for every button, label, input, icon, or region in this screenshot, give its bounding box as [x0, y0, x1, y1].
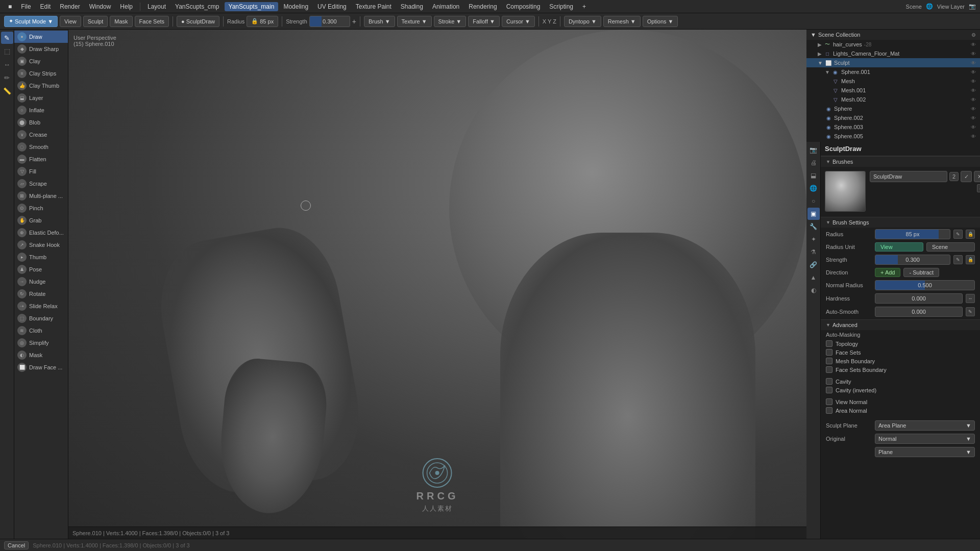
brush-item-pinch[interactable]: ⊙ Pinch	[14, 202, 68, 214]
scene-icon[interactable]: 🌐	[926, 3, 933, 10]
brush-item-nudge[interactable]: → Nudge	[14, 276, 68, 288]
radius-value-display[interactable]: 🔒 85 px	[247, 16, 278, 27]
brush-item-clay-strips[interactable]: ≡ Clay Strips	[14, 67, 68, 80]
scene-item-sculpt[interactable]: ▼ ⬜ Sculpt 👁	[806, 58, 980, 67]
workspace-texture-paint[interactable]: Texture Paint	[352, 2, 396, 11]
brush-item-pose[interactable]: ♟ Pose	[14, 263, 68, 276]
workspace-uv-editing[interactable]: UV Editing	[313, 2, 351, 11]
mask-menu-btn[interactable]: Mask	[110, 16, 132, 27]
brush-expand-btn[interactable]: ↔	[977, 184, 980, 192]
brush-item-draw[interactable]: ● Draw	[14, 31, 68, 43]
view-layer-icon[interactable]: 📷	[969, 3, 976, 10]
brush-item-snake-hook[interactable]: ↗ Snake Hook	[14, 239, 68, 251]
workspace-add[interactable]: +	[578, 2, 590, 11]
sculpt-plane-dropdown[interactable]: Area Plane ▼	[875, 420, 975, 431]
prop-icon-particles[interactable]: ✦	[807, 233, 820, 245]
brush-item-simplify[interactable]: ◎ Simplify	[14, 337, 68, 349]
brushes-section-header[interactable]: ▼ Brushes	[821, 156, 980, 167]
face-sets-cb[interactable]	[826, 349, 832, 356]
eye-icon-mesh[interactable]: 👁	[971, 79, 976, 84]
brush-item-clay[interactable]: ▣ Clay	[14, 55, 68, 67]
face-sets-boundary-cb[interactable]	[826, 366, 832, 373]
left-icon-annotate[interactable]: ✏	[1, 71, 13, 84]
scene-item-sphere[interactable]: ◉ Sphere 👁	[806, 104, 980, 113]
scene-item-mesh[interactable]: ▽ Mesh 👁	[806, 77, 980, 86]
brush-item-slide-relax[interactable]: ⇢ Slide Relax	[14, 300, 68, 312]
strength-edit-btn[interactable]: ✎	[953, 255, 963, 264]
cancel-button[interactable]: Cancel	[4, 541, 29, 549]
brush-check-btn[interactable]: ✓	[961, 171, 972, 182]
radius-unit-view-btn[interactable]: View	[875, 242, 923, 252]
hardness-bar[interactable]: 0.000	[875, 293, 963, 304]
prop-icon-modifier[interactable]: 🔧	[807, 220, 820, 233]
brush-item-thumb[interactable]: ▸ Thumb	[14, 251, 68, 263]
brush-item-fill[interactable]: ▽ Fill	[14, 165, 68, 178]
brush-x-btn[interactable]: ✕	[974, 171, 980, 182]
brush-item-inflate[interactable]: ○ Inflate	[14, 104, 68, 116]
autosmooth-bar[interactable]: 0.000	[875, 307, 963, 317]
eye-icon-sphere002[interactable]: 👁	[971, 115, 976, 121]
eye-icon-mesh002[interactable]: 👁	[971, 97, 976, 103]
advanced-section-header[interactable]: ▼ Advanced	[821, 319, 980, 330]
remesh-btn[interactable]: Remesh ▼	[603, 16, 641, 27]
prop-icon-object[interactable]: ▣	[807, 208, 820, 220]
strength-bar[interactable]: 0.300	[309, 16, 350, 27]
brush-item-grab[interactable]: ✋ Grab	[14, 214, 68, 227]
view-menu-btn[interactable]: View	[60, 16, 81, 27]
workspace-yanscupts-main[interactable]: YanScupts_main	[225, 2, 279, 11]
stroke-dropdown[interactable]: Stroke ▼	[434, 16, 467, 27]
workspace-compositing[interactable]: Compositing	[502, 2, 545, 11]
scene-collection-header[interactable]: ▼ Scene Collection ⚙	[806, 30, 980, 40]
brush-item-boundary[interactable]: ⬚ Boundary	[14, 312, 68, 324]
brush-item-clay-thumb[interactable]: 👍 Clay Thumb	[14, 80, 68, 92]
brush-item-elastic-defo[interactable]: ⊕ Elastic Defo...	[14, 227, 68, 239]
original-dropdown[interactable]: Normal ▼	[875, 434, 975, 444]
window-menu[interactable]: Window	[85, 2, 115, 11]
scene-item-lights[interactable]: ▶ □ Lights_Camera_Floor_Mat 👁	[806, 49, 980, 58]
edit-menu[interactable]: Edit	[36, 2, 55, 11]
brush-name-input[interactable]	[870, 171, 947, 182]
falloff-dropdown[interactable]: Falloff ▼	[468, 16, 500, 27]
dyntopo-btn[interactable]: Dyntopo ▼	[564, 16, 601, 27]
cavity-cb[interactable]	[826, 378, 832, 385]
scene-options[interactable]: ⚙	[971, 32, 976, 38]
scene-item-hair-curves[interactable]: ▶ 〜 hair_curves -28 👁	[806, 40, 980, 49]
eye-icon-mesh001[interactable]: 👁	[971, 88, 976, 93]
scene-item-mesh002[interactable]: ▽ Mesh.002 👁	[806, 95, 980, 104]
brush-item-multiplane[interactable]: ⊠ Multi-plane ...	[14, 190, 68, 202]
eye-icon-lights[interactable]: 👁	[971, 51, 976, 57]
brush-item-cloth[interactable]: ≋ Cloth	[14, 324, 68, 337]
eye-icon-sphere005[interactable]: 👁	[971, 134, 976, 139]
eye-icon-sphere[interactable]: 👁	[971, 106, 976, 112]
face-sets-menu-btn[interactable]: Face Sets	[135, 16, 169, 27]
help-menu[interactable]: Help	[116, 2, 137, 11]
strength-settings-bar[interactable]: 0.300	[875, 255, 950, 265]
autosmooth-edit-btn[interactable]: ✎	[966, 307, 975, 316]
prop-icon-output[interactable]: 🖨	[807, 157, 820, 169]
scene-item-mesh001[interactable]: ▽ Mesh.001 👁	[806, 86, 980, 95]
radius-unit-scene-btn[interactable]: Scene	[926, 242, 975, 252]
brush-settings-header[interactable]: ▼ Brush Settings	[821, 217, 980, 228]
scene-item-sphere005[interactable]: ◉ Sphere.005 👁	[806, 132, 980, 141]
direction-add-btn[interactable]: + Add	[875, 268, 900, 277]
prop-icon-scene[interactable]: 🌐	[807, 182, 820, 194]
left-icon-measure[interactable]: 📏	[1, 85, 13, 97]
view-normal-cb[interactable]	[826, 398, 832, 405]
radius-bar[interactable]: 85 px	[875, 229, 950, 239]
viewport[interactable]: User Perspective (15) Sphere.010 RRCG 人人…	[68, 30, 806, 539]
brush-item-smooth[interactable]: ◌ Smooth	[14, 141, 68, 153]
scene-item-sphere002[interactable]: ◉ Sphere.002 👁	[806, 113, 980, 122]
mesh-boundary-cb[interactable]	[826, 358, 832, 364]
render-menu[interactable]: Render	[56, 2, 84, 11]
prop-icon-material[interactable]: ◐	[807, 284, 820, 296]
options-btn[interactable]: Options ▼	[643, 16, 678, 27]
workspace-shading[interactable]: Shading	[397, 2, 427, 11]
workspace-yanscupts-cmp[interactable]: YanScupts_cmp	[171, 2, 224, 11]
brush-item-blob[interactable]: ⬤ Blob	[14, 116, 68, 129]
cavity-inv-cb[interactable]	[826, 387, 832, 393]
direction-subtract-btn[interactable]: - Subtract	[903, 268, 939, 277]
prop-icon-world[interactable]: ○	[807, 195, 820, 207]
strength-lock-btn[interactable]: 🔒	[966, 255, 975, 264]
topology-cb[interactable]	[826, 340, 832, 347]
brush-name-display[interactable]: ● SculptDraw	[177, 16, 219, 27]
